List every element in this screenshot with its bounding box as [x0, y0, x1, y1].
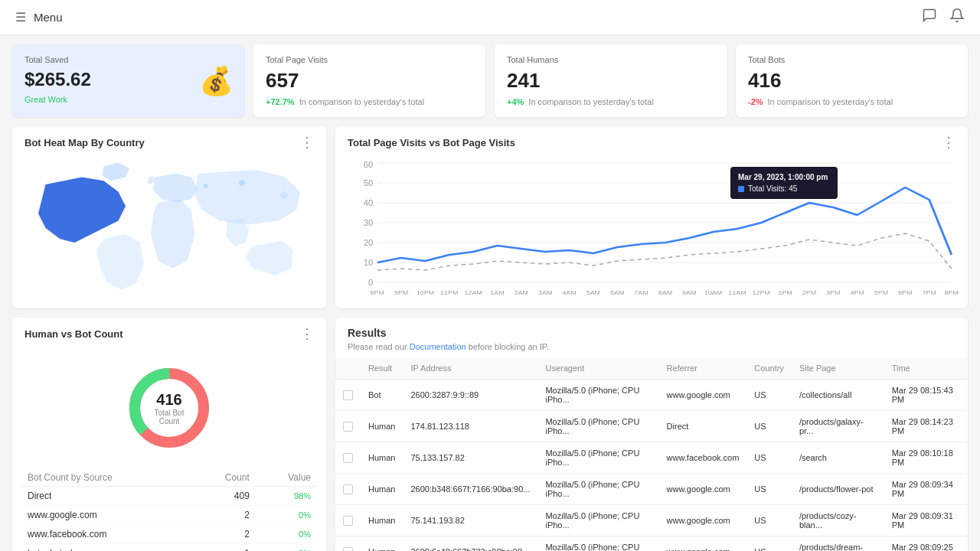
app-title: Menu: [34, 11, 63, 24]
svg-text:10: 10: [364, 259, 374, 267]
stat-humans-label: Total Humans: [507, 55, 714, 64]
svg-text:1PM: 1PM: [778, 289, 792, 295]
svg-text:7PM: 7PM: [922, 289, 936, 295]
app-header: ☰ Menu: [0, 0, 980, 35]
time-cell: Mar 29 08:10:18 PM: [884, 442, 968, 474]
result-cell: Human: [361, 411, 403, 442]
row-checkbox[interactable]: [343, 390, 353, 400]
svg-point-0: [280, 192, 288, 200]
source-value: 0%: [256, 506, 317, 525]
row-checkbox[interactable]: [343, 484, 353, 494]
donut-panel-header: Human vs Bot Count ⋮: [12, 318, 326, 347]
ip-cell: 2600:3287:9:9::89: [403, 380, 537, 411]
svg-text:30: 30: [364, 219, 374, 227]
donut-panel: Human vs Bot Count ⋮ 416 Total Bot Count: [12, 318, 326, 551]
donut-menu-icon[interactable]: ⋮: [300, 327, 314, 341]
country-col-header: Country: [746, 357, 792, 380]
ip-cell: 2600:6c48:667f:723:c90ba:90...: [403, 536, 537, 552]
source-name: www.google.com: [21, 506, 191, 525]
time-cell: Mar 29 08:09:34 PM: [884, 474, 968, 505]
stat-visits-label: Total Page Visits: [266, 55, 473, 64]
svg-text:10AM: 10AM: [704, 289, 722, 295]
count-col-header: Count: [191, 469, 256, 487]
checkbox-col-header: [335, 357, 361, 380]
svg-text:60: 60: [364, 161, 374, 169]
table-row: Human 2600:b348:667f:7166:90ba:90... Moz…: [335, 474, 968, 505]
stat-humans-footer: In comparison to yesterday's total: [528, 97, 654, 106]
referrer-col-header: Referrer: [659, 357, 747, 380]
bell-icon[interactable]: [949, 8, 965, 27]
svg-text:5AM: 5AM: [586, 289, 600, 295]
stat-bots-badge: -2%: [748, 97, 763, 106]
row-checkbox[interactable]: [343, 422, 353, 432]
country-cell: US: [746, 411, 792, 442]
useragent-cell: Mozilla/5.0 (iPhone; CPU iPho...: [537, 411, 658, 442]
map-panel: Bot Heat Map By Country ⋮: [12, 126, 326, 308]
svg-text:6AM: 6AM: [610, 289, 624, 295]
page-cell: /products/cozy-blan...: [792, 505, 884, 536]
svg-text:2PM: 2PM: [802, 289, 816, 295]
row-checkbox[interactable]: [343, 453, 353, 463]
row-checkbox-cell: [335, 505, 361, 536]
source-count: 2: [191, 506, 256, 525]
time-cell: Mar 29 08:14:23 PM: [884, 411, 968, 442]
svg-text:12AM: 12AM: [464, 289, 482, 295]
map-panel-title: Bot Heat Map By Country: [24, 137, 145, 148]
documentation-link[interactable]: Documentation: [410, 342, 466, 351]
svg-text:9AM: 9AM: [682, 289, 696, 295]
svg-text:3PM: 3PM: [826, 289, 840, 295]
svg-text:11AM: 11AM: [728, 289, 746, 295]
chat-icon[interactable]: [922, 8, 937, 27]
svg-text:11PM: 11PM: [440, 289, 458, 295]
results-panel: Results Please read our Documentation be…: [335, 318, 968, 551]
time-cell: Mar 29 08:09:31 PM: [884, 505, 968, 536]
country-cell: US: [746, 380, 792, 411]
stat-bots-label: Total Bots: [748, 55, 956, 64]
page-cell: /search: [792, 442, 884, 474]
referrer-cell: Direct: [659, 411, 747, 442]
map-container: [12, 155, 326, 308]
stat-humans-badge: +4%: [507, 97, 524, 106]
svg-text:10PM: 10PM: [416, 289, 434, 295]
row-checkbox[interactable]: [343, 516, 353, 526]
useragent-cell: Mozilla/5.0 (iPhone; CPU iPho...: [537, 505, 658, 536]
results-table-wrap: Result IP Address Useragent Referrer Cou…: [335, 357, 968, 551]
ip-col-header: IP Address: [403, 357, 537, 380]
line-chart-panel: Total Page Visits vs Bot Page Visits ⋮ 0…: [335, 126, 968, 308]
svg-text:8PM: 8PM: [371, 289, 384, 295]
row-checkbox-cell: [335, 536, 361, 552]
donut-center: 416 Total Bot Count: [146, 391, 192, 425]
result-cell: Human: [361, 474, 403, 505]
svg-text:3AM: 3AM: [538, 289, 552, 295]
line-chart-header: Total Page Visits vs Bot Page Visits ⋮: [335, 126, 968, 155]
source-name: www.facebook.com: [21, 525, 191, 544]
hamburger-icon[interactable]: ☰: [15, 10, 26, 24]
results-table: Result IP Address Useragent Referrer Cou…: [335, 357, 968, 551]
source-value: 0%: [256, 525, 317, 544]
useragent-cell: Mozilla/5.0 (iPhone; CPU iPho...: [537, 380, 658, 411]
result-cell: Human: [361, 505, 403, 536]
stat-saved-footer: Great Work: [24, 95, 67, 104]
results-subtitle-suffix: before blocking an IP.: [466, 342, 549, 351]
map-menu-icon[interactable]: ⋮: [300, 135, 314, 149]
useragent-col-header: Useragent: [537, 357, 658, 380]
source-col-header: Bot Count by Source: [21, 469, 191, 487]
ip-cell: 75.133.157.82: [403, 442, 537, 474]
map-panel-header: Bot Heat Map By Country ⋮: [12, 126, 326, 155]
stat-visits-badge: +72.7%: [266, 97, 295, 106]
page-cell: /products/flower-pot: [792, 474, 884, 505]
world-map-svg: [20, 155, 318, 301]
svg-text:4AM: 4AM: [562, 289, 576, 295]
stat-bots-footer: In comparison to yesterday's total: [768, 97, 893, 106]
svg-text:4PM: 4PM: [850, 289, 864, 295]
time-cell: Mar 29 08:09:25 PM: [884, 536, 968, 552]
bottom-row: Human vs Bot Count ⋮ 416 Total Bot Count: [0, 318, 980, 551]
svg-text:12PM: 12PM: [753, 289, 770, 295]
table-row: Human 2600:6c48:667f:723:c90ba:90... Moz…: [335, 536, 968, 552]
row-checkbox[interactable]: [343, 547, 353, 552]
svg-point-1: [204, 184, 208, 188]
line-chart-menu-icon[interactable]: ⋮: [942, 135, 956, 149]
svg-text:50: 50: [364, 179, 374, 187]
stats-row: Total Saved $265.62 Great Work 💰 Total P…: [0, 35, 980, 126]
ip-cell: 174.81.123.118: [403, 411, 537, 442]
